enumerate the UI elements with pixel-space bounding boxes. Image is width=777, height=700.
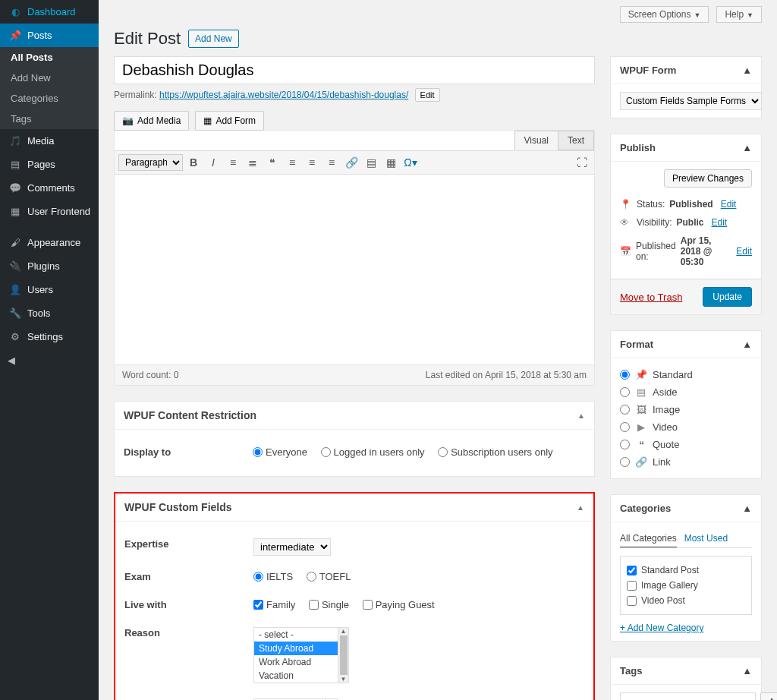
align-right-icon[interactable]: ≡: [322, 153, 341, 172]
sidebar-item-posts[interactable]: 📌Posts: [0, 24, 99, 47]
format-quote-radio[interactable]: [620, 440, 630, 449]
format-link-radio[interactable]: [620, 457, 630, 467]
cat-video-check[interactable]: [627, 596, 637, 606]
check-single[interactable]: Single: [309, 599, 349, 610]
format-standard-radio[interactable]: [620, 370, 630, 380]
edit-visibility-link[interactable]: Edit: [711, 217, 727, 228]
sidebar-item-users[interactable]: 👤Users: [0, 278, 99, 301]
sidebar-item-settings[interactable]: ⚙Settings: [0, 325, 99, 348]
quote-icon[interactable]: ❝: [263, 153, 282, 172]
help-button[interactable]: Help▼: [716, 6, 762, 23]
format-select[interactable]: Paragraph: [118, 154, 183, 171]
comment-icon: 💬: [8, 182, 23, 194]
fullscreen-icon[interactable]: ⛶: [573, 153, 591, 172]
toggle-toolbar-icon[interactable]: ▦: [382, 153, 400, 172]
add-form-button[interactable]: ▦Add Form: [195, 111, 264, 131]
reason-opt-select[interactable]: - select -: [254, 628, 338, 642]
toggle-icon[interactable]: ▲: [577, 411, 585, 420]
subitem-add-new[interactable]: Add New: [0, 68, 99, 88]
radio-everyone[interactable]: Everyone: [253, 446, 307, 458]
update-button[interactable]: Update: [703, 287, 752, 307]
video-icon: ▶: [634, 421, 648, 433]
sidebar-item-dashboard[interactable]: ◐Dashboard: [0, 0, 99, 24]
link-icon[interactable]: 🔗: [342, 153, 360, 172]
post-title-input[interactable]: [114, 56, 595, 84]
check-paying-guest[interactable]: Paying Guest: [363, 599, 435, 610]
scroll-down-icon[interactable]: ▼: [341, 676, 347, 683]
expertise-select[interactable]: intermediate: [253, 538, 331, 556]
bold-icon[interactable]: B: [184, 153, 203, 172]
collapse-menu[interactable]: ◀Collapse menu: [0, 348, 99, 372]
reason-listbox[interactable]: - select - Study Abroad Work Abroad Vaca…: [253, 627, 338, 683]
toggle-icon[interactable]: ▲: [742, 65, 752, 76]
editor-canvas[interactable]: [115, 175, 594, 364]
custom-fields-box: WPUF Custom Fields ▲ Expertise intermedi…: [114, 492, 595, 700]
add-tag-button[interactable]: Add: [760, 692, 777, 700]
radio-subscription[interactable]: Subscription users only: [438, 446, 552, 458]
reason-opt-study[interactable]: Study Abroad: [254, 642, 338, 655]
permalink-link[interactable]: https://wpuftest.ajaira.website/2018/04/…: [159, 90, 408, 100]
scrollbar[interactable]: ▲▼: [338, 627, 349, 683]
format-video-radio[interactable]: [620, 422, 630, 432]
pin-icon: 📌: [634, 369, 648, 380]
toggle-icon[interactable]: ▲: [742, 339, 752, 350]
image-icon: 🖼: [634, 404, 648, 415]
toggle-icon[interactable]: ▲: [742, 665, 752, 676]
tab-all-categories[interactable]: All Categories: [620, 530, 677, 547]
italic-icon[interactable]: I: [204, 153, 222, 172]
add-category-link[interactable]: + Add New Category: [620, 623, 703, 633]
sidebar-item-tools[interactable]: 🔧Tools: [0, 301, 99, 325]
edit-status-link[interactable]: Edit: [721, 199, 737, 210]
cat-gallery-check[interactable]: [627, 581, 637, 591]
shortcode-icon[interactable]: Ω▾: [401, 153, 420, 172]
sidebar-item-comments[interactable]: 💬Comments: [0, 176, 99, 200]
sidebar-item-user-frontend[interactable]: ▦User Frontend: [0, 200, 99, 223]
ul-icon[interactable]: ≡: [224, 153, 242, 172]
radio-ielts[interactable]: IELTS: [253, 571, 293, 582]
content-restriction-box: WPUF Content Restriction ▲ Display to Ev…: [114, 401, 595, 477]
radio-logged-in[interactable]: Logged in users only: [321, 446, 425, 458]
align-left-icon[interactable]: ≡: [283, 153, 301, 172]
format-title: Format: [620, 339, 653, 350]
radio-toefl[interactable]: TOEFL: [307, 571, 351, 582]
toggle-icon[interactable]: ▲: [742, 142, 752, 153]
subitem-categories[interactable]: Categories: [0, 88, 99, 109]
sidebar-item-appearance[interactable]: 🖌Appearance: [0, 231, 99, 254]
ol-icon[interactable]: ≣: [244, 153, 262, 172]
permalink-edit-button[interactable]: Edit: [415, 88, 440, 102]
sidebar-item-plugins[interactable]: 🔌Plugins: [0, 254, 99, 278]
format-aside-radio[interactable]: [620, 387, 630, 397]
subitem-tags[interactable]: Tags: [0, 109, 99, 129]
sidebar-item-media[interactable]: 🎵Media: [0, 129, 99, 153]
format-image-radio[interactable]: [620, 405, 630, 415]
user-frontend-icon: ▦: [8, 206, 23, 217]
scroll-up-icon[interactable]: ▲: [341, 628, 347, 635]
camera-icon: 📷: [122, 115, 134, 126]
toggle-icon[interactable]: ▲: [577, 503, 584, 512]
media-icon: 🎵: [8, 135, 23, 147]
subitem-all-posts[interactable]: All Posts: [0, 47, 99, 68]
add-new-button[interactable]: Add New: [188, 30, 239, 48]
reason-opt-vacation[interactable]: Vacation: [254, 669, 338, 683]
calendar-icon: 📅: [620, 246, 631, 257]
tab-text[interactable]: Text: [558, 131, 594, 150]
toggle-icon[interactable]: ▲: [742, 503, 752, 514]
brush-icon: 🖌: [8, 237, 23, 248]
cat-standard-check[interactable]: [627, 566, 637, 575]
publish-title: Publish: [620, 142, 656, 153]
tags-box: Tags▲ Add Separate tags with commas Choo…: [610, 657, 762, 700]
add-media-button[interactable]: 📷Add Media: [114, 111, 189, 131]
edit-date-link[interactable]: Edit: [736, 246, 752, 257]
preview-button[interactable]: Preview Changes: [664, 169, 752, 188]
more-icon[interactable]: ▤: [362, 153, 380, 172]
screen-options-button[interactable]: Screen Options▼: [620, 6, 709, 23]
move-trash-link[interactable]: Move to Trash: [620, 292, 682, 303]
tab-most-used[interactable]: Most Used: [684, 530, 728, 547]
align-center-icon[interactable]: ≡: [303, 153, 321, 172]
reason-opt-work[interactable]: Work Abroad: [254, 655, 338, 669]
wpuf-form-select[interactable]: Custom Fields Sample Forms: [620, 92, 762, 110]
tags-input[interactable]: [620, 692, 756, 700]
check-family[interactable]: Family: [253, 599, 295, 610]
tab-visual[interactable]: Visual: [514, 131, 558, 150]
sidebar-item-pages[interactable]: ▤Pages: [0, 153, 99, 176]
